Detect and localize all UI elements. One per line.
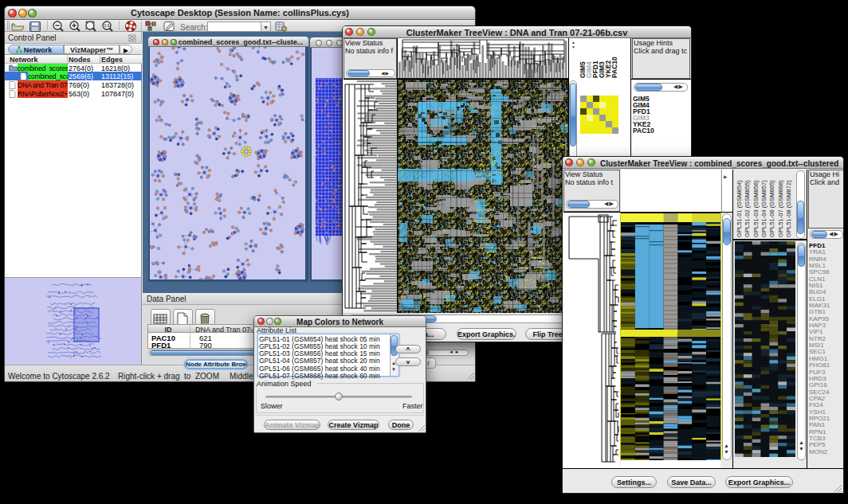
svg-text:GPL51-04 (GSM857): GPL51-04 (GSM857)	[760, 180, 768, 237]
svg-text:GPL51-06 (GSM865): GPL51-06 (GSM865)	[768, 180, 775, 237]
svg-text:GPL51-07 (GSM868): GPL51-07 (GSM868)	[777, 180, 784, 237]
svg-text:PAC10: PAC10	[610, 57, 618, 78]
svg-text:GPL51-03 (GSM856): GPL51-03 (GSM856)	[752, 180, 760, 237]
svg-text:1:1: 1:1	[104, 23, 109, 28]
svg-text:GPL51-08 (GSM872): GPL51-08 (GSM872)	[785, 180, 792, 237]
svg-text:GPL51-01 (GSM854): GPL51-01 (GSM854)	[736, 180, 743, 237]
svg-text:GPL51-02 (GSM855): GPL51-02 (GSM855)	[744, 180, 751, 237]
